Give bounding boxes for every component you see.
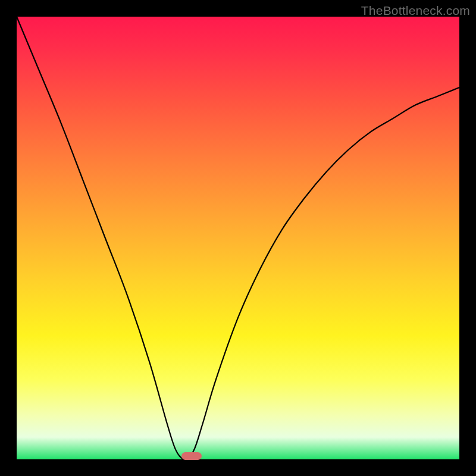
optimal-marker bbox=[181, 452, 202, 460]
plot-area bbox=[17, 17, 459, 459]
bottleneck-curve bbox=[17, 17, 459, 459]
curve-path bbox=[17, 17, 459, 459]
chart-frame: TheBottleneck.com bbox=[0, 0, 476, 476]
watermark-text: TheBottleneck.com bbox=[361, 4, 470, 18]
